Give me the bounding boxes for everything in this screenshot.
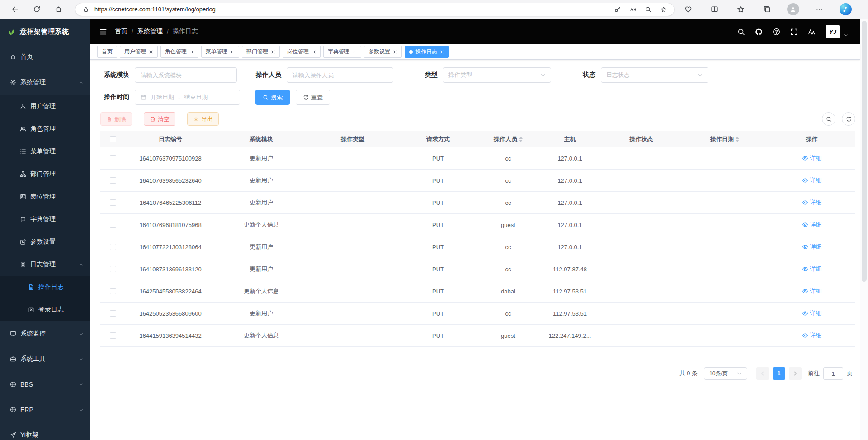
detail-link[interactable]: 详细	[802, 199, 822, 207]
detail-link[interactable]: 详细	[802, 221, 822, 229]
profile-avatar-button[interactable]	[786, 2, 800, 17]
close-tab-icon[interactable]	[352, 50, 357, 54]
sidebar-toggle-button[interactable]	[97, 25, 109, 38]
sidebar-item-login-log[interactable]: 登录日志	[0, 298, 90, 321]
split-screen-button[interactable]	[707, 2, 722, 17]
zoom-out-button[interactable]	[642, 4, 654, 15]
search-button[interactable]	[737, 28, 745, 36]
detail-link[interactable]: 详细	[802, 287, 822, 295]
close-tab-icon[interactable]	[149, 50, 153, 54]
search-button[interactable]: 搜索	[255, 90, 290, 105]
row-checkbox[interactable]	[110, 177, 116, 184]
next-page-button[interactable]	[789, 367, 802, 380]
status-select[interactable]: 日志状态	[601, 67, 708, 83]
row-checkbox[interactable]	[110, 310, 116, 317]
row-checkbox[interactable]	[110, 199, 116, 206]
read-aloud-button[interactable]	[627, 4, 639, 15]
tab-oper-log[interactable]: 操作日志	[405, 46, 449, 58]
detail-link[interactable]: 详细	[802, 154, 822, 162]
sidebar-item-dict-mgmt[interactable]: 字典管理	[0, 208, 90, 231]
row-checkbox[interactable]	[110, 244, 116, 250]
sidebar-item-role-mgmt[interactable]: 角色管理	[0, 118, 90, 140]
favorites-star-button[interactable]	[733, 2, 748, 17]
user-logo-button[interactable]: YJ	[826, 25, 840, 38]
close-tab-icon[interactable]	[189, 50, 194, 54]
page-number-button[interactable]: 1	[773, 367, 785, 380]
copilot-button[interactable]	[838, 2, 853, 17]
collections-button[interactable]	[760, 2, 774, 17]
close-tab-icon[interactable]	[440, 50, 444, 54]
column-header-check[interactable]	[100, 136, 125, 142]
tab-dept-mgmt[interactable]: 部门管理	[242, 46, 280, 58]
prev-page-button[interactable]	[756, 367, 769, 380]
breadcrumb-item[interactable]: 系统管理	[137, 28, 163, 36]
key-button[interactable]	[612, 4, 623, 15]
sidebar-item-erp[interactable]: ERP	[0, 397, 90, 422]
github-button[interactable]	[755, 28, 763, 36]
row-checkbox[interactable]	[110, 332, 116, 339]
detail-link[interactable]: 详细	[802, 176, 822, 185]
back-button[interactable]	[7, 2, 23, 17]
tab-menu-mgmt[interactable]: 菜单管理	[201, 46, 239, 58]
sidebar-item-user-mgmt[interactable]: 用户管理	[0, 95, 90, 118]
date-range-input[interactable]: 开始日期 - 结束日期	[135, 90, 240, 105]
reload-button[interactable]	[29, 2, 44, 17]
detail-link[interactable]: 详细	[802, 243, 822, 251]
row-checkbox[interactable]	[110, 222, 116, 228]
sort-caret-icon[interactable]	[519, 137, 523, 142]
sidebar-item-system-mgmt[interactable]: 系统管理	[0, 70, 90, 95]
tab-home[interactable]: 首页	[97, 46, 117, 58]
sort-caret-icon[interactable]	[736, 137, 739, 142]
goto-page-input[interactable]	[823, 367, 843, 380]
favorite-star-button[interactable]	[658, 4, 670, 15]
refresh-table-button[interactable]	[842, 112, 855, 126]
scrollbar-thumb[interactable]	[862, 21, 867, 282]
close-tab-icon[interactable]	[393, 50, 397, 54]
sidebar-item-menu-mgmt[interactable]: 菜单管理	[0, 140, 90, 163]
sidebar-item-log-mgmt[interactable]: 日志管理	[0, 253, 90, 276]
sidebar-item-oper-log[interactable]: 操作日志	[0, 276, 90, 298]
sidebar-item-yi-framework[interactable]: Yi框架	[0, 422, 90, 440]
tab-param-settings[interactable]: 参数设置	[364, 46, 402, 58]
home-button[interactable]	[51, 2, 66, 17]
font-size-button[interactable]	[808, 28, 816, 36]
sidebar-item-dept-mgmt[interactable]: 部门管理	[0, 163, 90, 185]
sidebar-item-param-settings[interactable]: 参数设置	[0, 231, 90, 253]
row-checkbox[interactable]	[110, 155, 116, 161]
column-header-operator[interactable]: 操作人员	[478, 135, 538, 143]
sidebar-item-bbs[interactable]: BBS	[0, 372, 90, 397]
show-search-button[interactable]	[822, 112, 835, 126]
export-button[interactable]: 导出	[187, 112, 219, 126]
column-header-date[interactable]: 操作日期	[681, 135, 768, 143]
user-menu-caret-icon[interactable]	[844, 33, 848, 38]
sidebar-item-home[interactable]: 首页	[0, 44, 90, 70]
sidebar-item-system-tools[interactable]: 系统工具	[0, 346, 90, 372]
page-scrollbar[interactable]	[860, 19, 868, 440]
more-menu-button[interactable]	[812, 2, 826, 17]
delete-button[interactable]: 删除	[100, 112, 132, 126]
type-select[interactable]: 操作类型	[443, 67, 551, 83]
tab-dict-mgmt[interactable]: 字典管理	[323, 46, 361, 58]
tab-role-mgmt[interactable]: 角色管理	[160, 46, 198, 58]
page-size-select[interactable]: 10条/页	[704, 367, 747, 380]
fullscreen-button[interactable]	[790, 28, 798, 36]
tab-user-mgmt[interactable]: 用户管理	[120, 46, 158, 58]
row-checkbox[interactable]	[110, 266, 116, 272]
sidebar-item-post-mgmt[interactable]: 岗位管理	[0, 185, 90, 208]
breadcrumb-item[interactable]: 首页	[115, 28, 127, 36]
close-tab-icon[interactable]	[271, 50, 275, 54]
site-info-lock-icon[interactable]	[80, 4, 92, 15]
module-input[interactable]	[135, 67, 237, 83]
sidebar-item-system-monitor[interactable]: 系统监控	[0, 321, 90, 346]
detail-link[interactable]: 详细	[802, 331, 822, 340]
question-button[interactable]	[773, 28, 780, 36]
tab-post-mgmt[interactable]: 岗位管理	[283, 46, 321, 58]
detail-link[interactable]: 详细	[802, 309, 822, 317]
close-tab-icon[interactable]	[311, 50, 316, 54]
operator-input[interactable]	[287, 67, 393, 83]
select-all-checkbox[interactable]	[110, 136, 116, 142]
clear-button[interactable]: 清空	[144, 112, 175, 126]
reset-button[interactable]: 重置	[296, 90, 330, 105]
row-checkbox[interactable]	[110, 288, 116, 294]
browser-address-bar[interactable]: https://ccnetcore.com:1101/system/log/op…	[75, 3, 675, 16]
